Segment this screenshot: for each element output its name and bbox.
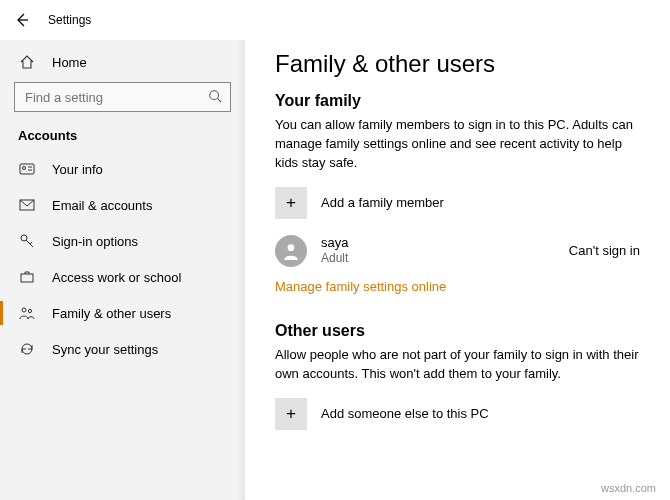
sidebar-item-label: Access work or school	[52, 270, 181, 285]
svg-rect-11	[21, 274, 33, 282]
svg-point-12	[22, 308, 26, 312]
plus-icon: +	[275, 398, 307, 430]
home-icon	[18, 54, 36, 70]
search-input[interactable]	[14, 82, 231, 112]
manage-family-link[interactable]: Manage family settings online	[275, 279, 446, 294]
app-title: Settings	[48, 13, 91, 27]
search-field[interactable]	[23, 89, 208, 106]
page-title: Family & other users	[275, 50, 640, 78]
mail-icon	[18, 199, 36, 211]
sidebar-item-family[interactable]: Family & other users	[0, 295, 245, 331]
sync-icon	[18, 341, 36, 357]
add-family-label: Add a family member	[321, 195, 444, 210]
family-description: You can allow family members to sign in …	[275, 116, 640, 173]
id-card-icon	[18, 162, 36, 176]
add-other-label: Add someone else to this PC	[321, 406, 489, 421]
family-heading: Your family	[275, 92, 640, 110]
sidebar-item-sync[interactable]: Sync your settings	[0, 331, 245, 367]
sidebar-item-signin[interactable]: Sign-in options	[0, 223, 245, 259]
svg-point-13	[28, 309, 31, 312]
sidebar-item-email[interactable]: Email & accounts	[0, 187, 245, 223]
sidebar-item-label: Family & other users	[52, 306, 171, 321]
user-avatar-icon	[275, 235, 307, 267]
other-users-description: Allow people who are not part of your fa…	[275, 346, 640, 384]
svg-point-14	[288, 244, 295, 251]
family-member-row[interactable]: saya Adult Can't sign in	[275, 235, 640, 267]
sidebar-item-label: Email & accounts	[52, 198, 152, 213]
member-role: Adult	[321, 251, 555, 267]
search-icon	[208, 89, 222, 106]
sidebar-item-label: Sign-in options	[52, 234, 138, 249]
sidebar-item-label: Sync your settings	[52, 342, 158, 357]
svg-rect-3	[20, 164, 34, 174]
svg-line-9	[26, 240, 33, 247]
add-other-user-button[interactable]: + Add someone else to this PC	[275, 398, 640, 430]
sidebar-item-label: Your info	[52, 162, 103, 177]
other-users-heading: Other users	[275, 322, 640, 340]
nav-home[interactable]: Home	[0, 44, 245, 80]
nav-home-label: Home	[52, 55, 87, 70]
svg-line-2	[218, 98, 222, 102]
svg-point-4	[23, 167, 26, 170]
briefcase-icon	[18, 270, 36, 284]
back-button[interactable]	[14, 12, 30, 28]
plus-icon: +	[275, 187, 307, 219]
people-icon	[18, 306, 36, 320]
sidebar-section: Accounts	[0, 118, 245, 151]
member-status: Can't sign in	[569, 243, 640, 258]
content-pane: Family & other users Your family You can…	[245, 40, 670, 500]
watermark: wsxdn.com	[601, 482, 656, 494]
sidebar-item-your-info[interactable]: Your info	[0, 151, 245, 187]
member-name: saya	[321, 235, 555, 252]
sidebar: Home Accounts Your info Email & accounts	[0, 40, 245, 500]
sidebar-item-work[interactable]: Access work or school	[0, 259, 245, 295]
add-family-member-button[interactable]: + Add a family member	[275, 187, 640, 219]
key-icon	[18, 233, 36, 249]
svg-line-10	[30, 242, 32, 244]
svg-point-1	[210, 90, 219, 99]
